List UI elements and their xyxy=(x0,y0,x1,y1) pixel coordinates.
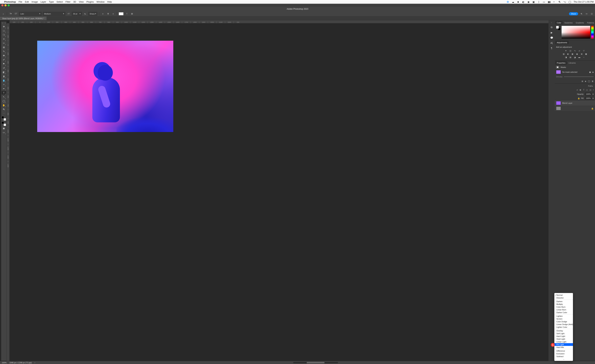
layer-name[interactable]: Blend Layer xyxy=(562,102,573,104)
adj-colorbalance-icon[interactable]: ◐ xyxy=(567,53,569,55)
layer-filter-shape-icon[interactable]: ▢ xyxy=(586,89,588,91)
expand-toolbar-icon[interactable]: » xyxy=(5,22,6,24)
home-icon[interactable]: ⌂ xyxy=(1,12,5,16)
adj-hue-icon[interactable]: ▥ xyxy=(562,53,565,55)
blend-mode-linear-light[interactable]: Linear Light xyxy=(554,340,573,343)
warp-text-icon[interactable]: ⌇ xyxy=(125,12,129,16)
adj-channelmixer-icon[interactable]: ⊞ xyxy=(580,53,583,55)
status-record-icon[interactable]: ◉ xyxy=(527,0,530,3)
brush-tool[interactable]: ✐ xyxy=(1,58,6,62)
tab-patterns[interactable]: Patterns xyxy=(586,21,595,24)
status-siri-icon[interactable]: ◯ xyxy=(568,0,571,3)
adj-brightness-icon[interactable]: ☀ xyxy=(565,50,567,52)
document-tab[interactable]: Base layer.jpeg @ 100% (Blend Layer, RGB… xyxy=(0,16,47,20)
font-style-dropdown[interactable]: Medium▾ xyxy=(43,12,65,16)
tab-paths[interactable]: Paths xyxy=(587,84,594,88)
align-left-icon[interactable]: ≡ xyxy=(101,12,105,16)
blend-mode-subtract[interactable]: Subtract xyxy=(554,355,573,358)
menu-window[interactable]: Window xyxy=(96,0,104,3)
menu-type[interactable]: Type xyxy=(49,0,54,3)
pen-tool[interactable]: ✒ xyxy=(1,87,6,91)
adj-selectivecolor-icon[interactable]: ▫ xyxy=(582,56,585,58)
menu-select[interactable]: Select xyxy=(57,0,63,3)
hand-tool[interactable]: ✋ xyxy=(1,103,6,107)
layer-filter-pixel-icon[interactable]: ▱ xyxy=(577,89,578,91)
menu-file[interactable]: File xyxy=(19,0,22,3)
prop-icon-2[interactable]: ◈ xyxy=(585,80,586,82)
add-pixel-mask-icon[interactable]: ▣ xyxy=(589,71,591,73)
adj-levels-icon[interactable]: ◫ xyxy=(569,50,572,52)
blend-mode-overlay[interactable]: Overlay xyxy=(554,329,573,332)
foreground-background-swatch[interactable] xyxy=(1,121,6,126)
font-family-dropdown[interactable]: Lato▾ xyxy=(19,12,42,16)
status-cloud-icon[interactable]: ☁︎ xyxy=(512,0,514,3)
status-wifi-icon[interactable]: ᯤ xyxy=(553,0,556,3)
paragraph-panel-icon[interactable]: ¶ xyxy=(551,47,552,50)
menu-layer[interactable]: Layer xyxy=(41,0,46,3)
zoom-tool[interactable]: 🔍︎ xyxy=(1,107,6,111)
lasso-tool[interactable]: ❍ xyxy=(1,33,6,37)
status-bluetooth-icon[interactable]: ᛒ xyxy=(538,0,540,3)
align-center-icon[interactable]: ≣ xyxy=(106,12,110,16)
layer-filter-toggle[interactable]: • xyxy=(593,89,594,91)
app-menu[interactable]: Photoshop xyxy=(4,0,16,3)
character-panel-icon[interactable]: ▤ xyxy=(130,12,134,16)
search-icon[interactable]: 🔍︎ xyxy=(580,12,583,16)
status-control-center-icon[interactable]: ⌥ xyxy=(563,0,566,3)
tab-properties[interactable]: Properties xyxy=(555,61,567,65)
prop-icon-3[interactable]: ◯ xyxy=(588,80,590,82)
adj-posterize-icon[interactable]: ▤ xyxy=(569,56,572,58)
actions-panel-icon[interactable]: ▶ xyxy=(551,31,553,34)
comments-panel-icon[interactable]: 💬 xyxy=(550,36,553,39)
blend-mode-color-burn[interactable]: Color Burn xyxy=(554,306,573,308)
blur-tool[interactable]: 💧 xyxy=(1,79,6,82)
blend-mode-hard-mix[interactable]: Hard Mix xyxy=(554,346,573,349)
move-tool[interactable]: ✥ xyxy=(1,25,6,29)
blend-mode-lighten[interactable]: Lighten xyxy=(554,315,573,317)
lock-icon[interactable]: 🔒 xyxy=(578,97,580,100)
adj-curves-icon[interactable]: ∿ xyxy=(574,50,576,52)
quick-select-tool[interactable]: ✳ xyxy=(1,37,6,41)
gradient-tool[interactable]: ▮ xyxy=(1,74,6,78)
menu-edit[interactable]: Edit xyxy=(25,0,29,3)
eraser-tool[interactable]: ◧ xyxy=(1,70,6,74)
hue-slider[interactable] xyxy=(591,26,594,39)
edit-toolbar-icon[interactable]: ⋯ xyxy=(1,112,6,115)
zoom-level[interactable]: 100% xyxy=(2,362,7,364)
status-moon-icon[interactable]: ◐ xyxy=(522,0,525,3)
blend-mode-lighter-color[interactable]: Lighter Color xyxy=(554,326,573,328)
adj-bw-icon[interactable]: ◧ xyxy=(571,53,574,55)
blend-mode-linear-burn[interactable]: Linear Burn xyxy=(554,308,573,311)
frame-tool[interactable]: ⊠ xyxy=(1,45,6,49)
horizontal-scrollbar[interactable] xyxy=(293,362,338,363)
tab-gradients[interactable]: Gradients xyxy=(574,21,585,24)
screen-mode-icon[interactable]: ▭ xyxy=(1,130,6,134)
trash-icon[interactable]: 🗑 xyxy=(592,80,594,82)
mask-thumbnail[interactable] xyxy=(556,70,561,74)
text-color-swatch[interactable] xyxy=(119,12,123,15)
menu-filter[interactable]: Filter xyxy=(65,0,71,3)
color-spectrum[interactable] xyxy=(562,26,590,39)
adj-colorlookup-icon[interactable]: ▦ xyxy=(585,53,588,55)
stamp-tool[interactable]: ⚑ xyxy=(1,62,6,66)
blend-mode-darker-color[interactable]: Darker Color xyxy=(554,311,573,314)
layer-row-blend[interactable]: Blend Layer xyxy=(555,100,595,106)
workspace-switcher-icon[interactable]: ▭ xyxy=(585,12,588,16)
align-right-icon[interactable]: ≡ xyxy=(111,12,115,16)
menu-view[interactable]: View xyxy=(79,0,84,3)
tab-adjustments[interactable]: Adjustments xyxy=(555,41,569,44)
add-vector-mask-icon[interactable]: ◈ xyxy=(592,71,594,73)
status-battery-icon[interactable]: ▮▮ xyxy=(548,0,551,3)
layer-row-locked[interactable]: 🔒 xyxy=(555,106,595,111)
menu-plugins[interactable]: Plugins xyxy=(86,0,94,3)
adj-gradientmap-icon[interactable]: ▬ xyxy=(578,56,581,58)
history-brush-tool[interactable]: ↺ xyxy=(1,66,6,70)
share-button[interactable]: Share xyxy=(569,12,578,15)
status-screen-icon[interactable]: ▣ xyxy=(532,0,535,3)
blend-mode-vivid-light[interactable]: Vivid Light xyxy=(554,338,573,340)
document-canvas[interactable] xyxy=(37,41,173,132)
blend-mode-difference[interactable]: Difference xyxy=(554,350,573,352)
font-size-input[interactable]: 30 pt▾ xyxy=(72,12,82,16)
history-panel-icon[interactable]: ⧉ xyxy=(551,26,552,29)
status-elephant-icon[interactable]: ❂ xyxy=(506,0,509,3)
